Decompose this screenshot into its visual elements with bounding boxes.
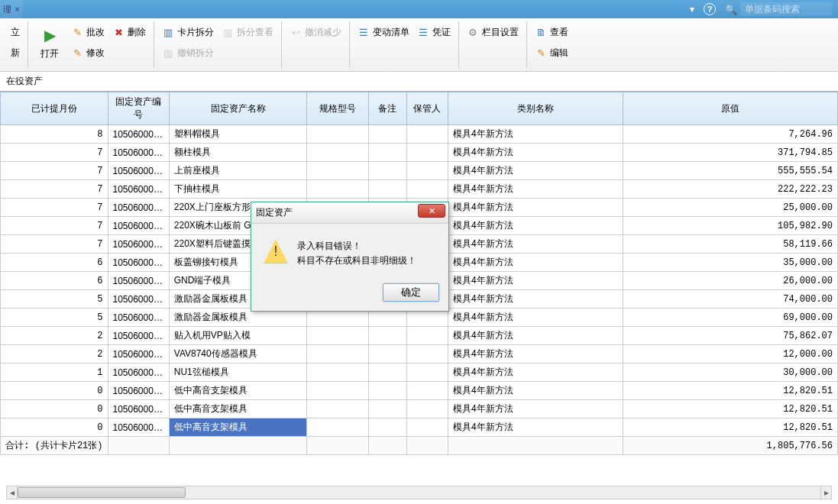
delete-icon: ✖ (112, 27, 125, 39)
warning-icon: ! (264, 239, 288, 263)
undo-decrease-button[interactable]: ↩撤消减少 (288, 24, 343, 40)
col-asset-code[interactable]: 固定资产编号 (108, 92, 169, 125)
col-category[interactable]: 类别名称 (448, 92, 623, 125)
table-footer-row: 合计: (共计卡片21张) 1,805,776.56 (1, 437, 838, 455)
view-icon: 🗎 (535, 27, 547, 39)
dialog-message: 录入科目错误！ 科目不存在或科目非明细级！ (297, 239, 416, 268)
col-keeper[interactable]: 保管人 (406, 92, 448, 125)
table-row[interactable]: 210506000017VAV8740传感器模具模具4年新方法12,000.00 (1, 345, 838, 363)
table-row[interactable]: 010506000019低中高音支架模具模具4年新方法12,820.51 (1, 382, 838, 400)
table-row[interactable]: 710506000006额柱模具模具4年新方法371,794.85 (1, 144, 838, 162)
close-icon[interactable]: × (15, 5, 19, 14)
pencil-icon: ✎ (535, 47, 547, 60)
btn-stub-1[interactable]: 立 (9, 24, 21, 40)
undo-icon: ▥ (162, 47, 174, 60)
col-spec[interactable]: 规格型号 (307, 92, 368, 125)
undo-split-button[interactable]: ▥撤销拆分 (160, 45, 215, 61)
scroll-right-icon[interactable]: ▸ (820, 486, 831, 499)
dialog-title: 固定资产 (256, 206, 293, 219)
dialog-title-bar[interactable]: 固定资产 ✕ (251, 202, 448, 224)
footer-total: 1,805,776.56 (623, 437, 837, 455)
chevron-down-icon[interactable]: ▾ (690, 4, 694, 15)
change-list-button[interactable]: ☰变动清单 (356, 24, 411, 40)
active-tab[interactable]: 理 × (0, 0, 23, 18)
table-row[interactable]: 810506000005塑料帽模具模具4年新方法7,264.96 (1, 125, 838, 144)
table-row[interactable]: 110506000018NU1弦槌模具模具4年新方法30,000.00 (1, 363, 838, 382)
dialog-ok-button[interactable]: 确定 (383, 283, 439, 302)
open-icon: ▶ (39, 24, 60, 46)
col-memo[interactable]: 备注 (368, 92, 406, 125)
ribbon-toolbar: 立 新 ▶ 打开 ✎批改 ✎修改 ✖删除 ▥卡片拆分 ▥撤销拆分 ▥拆分查看 ↩… (0, 18, 838, 72)
column-setting-button[interactable]: ⚙栏目设置 (465, 24, 520, 40)
col-asset-name[interactable]: 固定资产名称 (169, 92, 307, 125)
error-dialog: 固定资产 ✕ ! 录入科目错误！ 科目不存在或科目非明细级！ 确定 (251, 202, 449, 312)
scroll-left-icon[interactable]: ◂ (7, 486, 18, 499)
open-button[interactable]: ▶ 打开 (34, 21, 65, 63)
pencil-icon: ✎ (71, 27, 83, 39)
batch-edit-button[interactable]: ✎批改 (70, 24, 106, 40)
list-icon: ☰ (358, 27, 370, 39)
table-row[interactable]: 010506000021低中高音支架模具模具4年新方法12,820.51 (1, 418, 838, 437)
dialog-close-button[interactable]: ✕ (418, 204, 445, 218)
barcode-search-input[interactable] (740, 2, 832, 16)
help-icon[interactable]: ? (704, 3, 716, 15)
table-row[interactable]: 710506000008下抽柱模具模具4年新方法222,222.23 (1, 180, 838, 199)
horizontal-scrollbar[interactable]: ◂ ▸ (6, 486, 832, 499)
title-bar: 理 × ▾ ? 🔍 (0, 0, 838, 18)
delete-button[interactable]: ✖删除 (111, 24, 147, 40)
btn-stub-2[interactable]: 新 (9, 45, 21, 61)
undo-decrease-icon: ↩ (290, 27, 302, 39)
col-depreciated-months[interactable]: 已计提月份 (1, 92, 108, 125)
search-icon[interactable]: 🔍 (725, 4, 737, 15)
col-original-value[interactable]: 原值 (623, 92, 837, 125)
gear-icon: ⚙ (467, 27, 479, 39)
voucher-icon: ☰ (417, 27, 429, 39)
view-icon: ▥ (222, 27, 234, 39)
search-box: 🔍 (725, 2, 832, 16)
edit2-button[interactable]: ✎编辑 (533, 45, 570, 61)
view-filter-label: 在役资产 (0, 72, 838, 91)
table-row[interactable]: 710506000007上前座模具模具4年新方法555,555.54 (1, 162, 838, 180)
voucher-button[interactable]: ☰凭证 (416, 24, 452, 40)
split-icon: ▥ (162, 27, 174, 39)
view-button[interactable]: 🗎查看 (533, 24, 570, 40)
scroll-thumb[interactable] (18, 487, 186, 498)
split-card-button[interactable]: ▥卡片拆分 (160, 24, 215, 40)
table-header: 已计提月份 固定资产编号 固定资产名称 规格型号 备注 保管人 类别名称 原值 (1, 92, 838, 125)
table-row[interactable]: 210506000016贴入机用VP贴入模模具4年新方法75,862.07 (1, 327, 838, 345)
footer-label: 合计: (共计卡片21张) (1, 437, 108, 455)
pencil-icon: ✎ (71, 47, 83, 60)
edit-button[interactable]: ✎修改 (70, 45, 106, 61)
table-row[interactable]: 010506000020低中高音支架模具模具4年新方法12,820.51 (1, 400, 838, 418)
view-split-button[interactable]: ▥拆分查看 (220, 24, 275, 40)
